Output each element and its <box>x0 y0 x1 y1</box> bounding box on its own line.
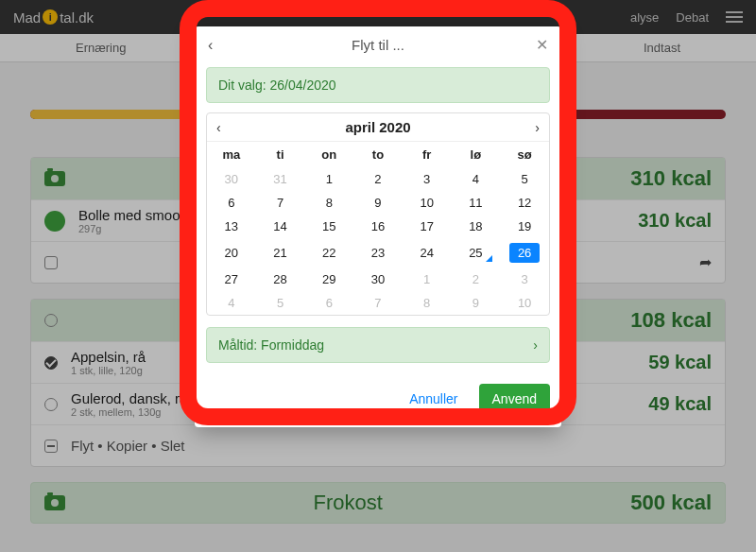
calendar-day[interactable]: 13 <box>207 215 256 238</box>
meal-label: Måltid: Formiddag <box>218 337 324 353</box>
calendar-day[interactable]: 4 <box>207 291 256 315</box>
calendar-day[interactable]: 22 <box>304 238 353 267</box>
calendar-day[interactable]: 3 <box>500 267 549 291</box>
calendar-day[interactable]: 5 <box>256 291 305 315</box>
calendar-day[interactable]: 24 <box>403 238 452 267</box>
calendar-day[interactable]: 19 <box>500 215 549 238</box>
calendar-day[interactable]: 9 <box>353 191 403 215</box>
move-modal: ‹ Flyt til ... ✕ Dit valg: 26/04/2020 ‹ … <box>195 26 561 427</box>
calendar-day[interactable]: 15 <box>304 215 353 238</box>
calendar-day[interactable]: 25 <box>452 238 501 267</box>
weekday-header: on <box>304 142 353 167</box>
calendar-day[interactable]: 26 <box>500 238 549 267</box>
calendar-day[interactable]: 20 <box>207 238 256 267</box>
cancel-button[interactable]: Annuller <box>396 384 471 414</box>
calendar-grid: mationtofrløsø 3031123456789101112131415… <box>207 142 549 315</box>
prev-month-icon[interactable]: ‹ <box>216 120 235 135</box>
calendar-day[interactable]: 7 <box>353 291 403 315</box>
weekday-header: sø <box>500 142 549 167</box>
calendar-day[interactable]: 17 <box>403 215 452 238</box>
calendar-day[interactable]: 7 <box>256 191 305 215</box>
calendar: ‹ april 2020 › mationtofrløsø 3031123456… <box>206 112 550 316</box>
calendar-day[interactable]: 30 <box>207 167 256 191</box>
chevron-right-icon: › <box>533 337 538 353</box>
calendar-day[interactable]: 29 <box>304 267 353 291</box>
calendar-day[interactable]: 1 <box>304 167 353 191</box>
calendar-day[interactable]: 9 <box>452 291 501 315</box>
calendar-day[interactable]: 5 <box>500 167 549 191</box>
selection-box: Dit valg: 26/04/2020 <box>206 67 550 103</box>
weekday-header: ma <box>207 142 256 167</box>
weekday-header: to <box>353 142 403 167</box>
calendar-day[interactable]: 14 <box>256 215 305 238</box>
calendar-day[interactable]: 8 <box>304 191 353 215</box>
close-icon[interactable]: ✕ <box>529 36 548 54</box>
calendar-day[interactable]: 12 <box>500 191 549 215</box>
calendar-day[interactable]: 4 <box>452 167 501 191</box>
calendar-day[interactable]: 23 <box>353 238 403 267</box>
back-icon[interactable]: ‹ <box>208 37 227 54</box>
calendar-day[interactable]: 3 <box>403 167 452 191</box>
calendar-day[interactable]: 6 <box>304 291 353 315</box>
calendar-day[interactable]: 10 <box>403 191 452 215</box>
calendar-day[interactable]: 30 <box>353 267 403 291</box>
calendar-day[interactable]: 2 <box>452 267 501 291</box>
meal-picker[interactable]: Måltid: Formiddag › <box>206 327 550 363</box>
calendar-day[interactable]: 18 <box>452 215 501 238</box>
weekday-header: fr <box>403 142 452 167</box>
calendar-day[interactable]: 6 <box>207 191 256 215</box>
calendar-day[interactable]: 31 <box>256 167 305 191</box>
calendar-day[interactable]: 10 <box>500 291 549 315</box>
weekday-header: lø <box>452 142 501 167</box>
modal-title: Flyt til ... <box>227 37 529 53</box>
calendar-day[interactable]: 28 <box>256 267 305 291</box>
apply-button[interactable]: Anvend <box>479 384 550 414</box>
calendar-day[interactable]: 1 <box>403 267 452 291</box>
calendar-day[interactable]: 2 <box>353 167 403 191</box>
calendar-day[interactable]: 11 <box>452 191 501 215</box>
calendar-month[interactable]: april 2020 <box>235 119 521 135</box>
calendar-day[interactable]: 8 <box>403 291 452 315</box>
calendar-day[interactable]: 27 <box>207 267 256 291</box>
next-month-icon[interactable]: › <box>521 120 540 135</box>
calendar-day[interactable]: 21 <box>256 238 305 267</box>
calendar-day[interactable]: 16 <box>353 215 403 238</box>
weekday-header: ti <box>256 142 305 167</box>
